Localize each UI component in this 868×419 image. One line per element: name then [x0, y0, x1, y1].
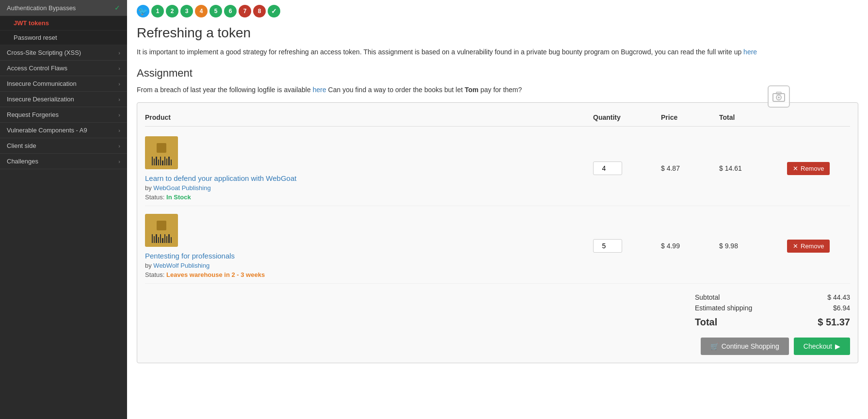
sidebar-item-vulnerable-components[interactable]: Vulnerable Components - A9 › — [0, 123, 127, 138]
assignment-title: Assignment — [137, 67, 858, 80]
sidebar-item-client-side-label: Client side — [7, 142, 36, 149]
sidebar-item-vulnerable-components-label: Vulnerable Components - A9 — [7, 127, 87, 134]
product-author-2: by WebWolf Publishing — [145, 262, 593, 269]
remove-button-2[interactable]: ✕ Remove — [787, 240, 830, 253]
status-label-2: Status: — [145, 271, 164, 278]
product-link-1[interactable]: Learn to defend your application with We… — [145, 174, 296, 182]
quantity-cell-2 — [593, 239, 661, 253]
sidebar-item-access-control-label: Access Control Flaws — [7, 64, 67, 72]
sidebar-item-access-control[interactable]: Access Control Flaws › — [0, 61, 127, 76]
step-check[interactable]: ✓ — [268, 5, 280, 17]
table-row: Pentesting for professionals by WebWolf … — [145, 209, 850, 284]
sidebar-item-challenges-label: Challenges — [7, 158, 38, 165]
shipping-row: Estimated shipping $6.94 — [695, 304, 850, 312]
arrow-right-icon: ▶ — [835, 342, 840, 350]
product-info-2: Pentesting for professionals by WebWolf … — [145, 214, 593, 278]
chevron-right-icon: › — [118, 97, 120, 102]
step-5[interactable]: 5 — [209, 5, 222, 17]
sidebar-item-jwt-tokens-label: JWT tokens — [14, 19, 49, 27]
step-4[interactable]: 4 — [195, 5, 208, 17]
sidebar-item-insecure-deser-label: Insecure Deserialization — [7, 96, 74, 103]
shipping-value: $6.94 — [833, 304, 850, 312]
sidebar-item-auth-bypasses[interactable]: Authentication Bypasses ✓ — [0, 0, 127, 16]
remove-x-icon-1: ✕ — [793, 165, 798, 172]
continue-label: Continue Shopping — [722, 342, 779, 350]
author-link-1[interactable]: WebGoat Publishing — [153, 184, 210, 192]
assignment-desc-start: From a breach of last year the following… — [137, 86, 311, 94]
remove-cell-2: ✕ Remove — [787, 240, 850, 253]
col-action — [787, 113, 850, 121]
quantity-input-2[interactable] — [593, 239, 622, 253]
quantity-input-1[interactable] — [593, 161, 622, 175]
col-quantity: Quantity — [593, 113, 661, 121]
author-label-1: by — [145, 184, 152, 192]
subtotal-row: Subtotal $ 44.43 — [695, 293, 850, 301]
sidebar: Authentication Bypasses ✓ JWT tokens Pas… — [0, 0, 127, 419]
price-cell-1: $ 4.87 — [661, 164, 719, 172]
product-image-2 — [145, 214, 178, 247]
twitter-icon: 🐦 — [137, 5, 149, 17]
barcode-2 — [152, 234, 172, 243]
subtotal-value: $ 44.43 — [827, 293, 850, 301]
sidebar-item-auth-bypasses-label: Authentication Bypasses — [7, 4, 76, 12]
status-label-1: Status: — [145, 193, 164, 201]
svg-point-3 — [778, 97, 780, 98]
total-cell-1: $ 14.61 — [719, 164, 787, 172]
sidebar-item-request-forgeries[interactable]: Request Forgeries › — [0, 107, 127, 123]
continue-shopping-button[interactable]: 🛒 Continue Shopping — [701, 338, 789, 355]
steps-row: 🐦 1 2 3 4 5 6 7 8 ✓ — [137, 0, 858, 25]
total-value: $ 51.37 — [818, 317, 850, 328]
chevron-right-icon: › — [118, 143, 120, 149]
quantity-cell-1 — [593, 161, 661, 175]
sidebar-item-insecure-deser[interactable]: Insecure Deserialization › — [0, 92, 127, 107]
product-image-1 — [145, 136, 178, 169]
remove-label-2: Remove — [801, 242, 824, 250]
remove-label-1: Remove — [801, 165, 824, 172]
product-link-2[interactable]: Pentesting for professionals — [145, 252, 235, 260]
action-buttons: 🛒 Continue Shopping Checkout ▶ — [145, 332, 850, 355]
step-2[interactable]: 2 — [166, 5, 178, 17]
sidebar-item-xss-label: Cross-Site Scripting (XSS) — [7, 49, 81, 56]
sidebar-item-insecure-comm-label: Insecure Communication — [7, 80, 77, 87]
chevron-right-icon: › — [118, 112, 120, 118]
cart-icon: 🛒 — [710, 342, 719, 350]
step-1[interactable]: 1 — [151, 5, 164, 17]
chevron-right-icon: › — [118, 81, 120, 87]
sidebar-item-insecure-comm[interactable]: Insecure Communication › — [0, 76, 127, 92]
sidebar-item-client-side[interactable]: Client side › — [0, 138, 127, 154]
author-label-2: by — [145, 262, 152, 269]
assignment-end: pay for them? — [481, 86, 522, 94]
sidebar-item-jwt-tokens[interactable]: JWT tokens — [0, 16, 127, 31]
sidebar-item-xss[interactable]: Cross-Site Scripting (XSS) › — [0, 45, 127, 61]
col-price: Price — [661, 113, 719, 121]
product-author-1: by WebGoat Publishing — [145, 184, 593, 192]
status-value-1: In Stock — [166, 193, 191, 201]
step-7[interactable]: 7 — [239, 5, 251, 17]
assignment-link[interactable]: here — [313, 86, 326, 94]
barcode-1 — [152, 157, 172, 165]
step-6[interactable]: 6 — [224, 5, 237, 17]
subtotal-section: Subtotal $ 44.43 Estimated shipping $6.9… — [145, 287, 850, 332]
desc-link[interactable]: here — [743, 48, 757, 56]
product-title-1: Learn to defend your application with We… — [145, 174, 593, 182]
total-label: Total — [695, 317, 717, 328]
sidebar-item-password-reset[interactable]: Password reset — [0, 31, 127, 45]
step-8[interactable]: 8 — [253, 5, 266, 17]
chevron-right-icon: › — [118, 159, 120, 164]
author-link-2[interactable]: WebWolf Publishing — [153, 262, 209, 269]
shipping-label: Estimated shipping — [695, 304, 752, 312]
sidebar-item-challenges[interactable]: Challenges › — [0, 154, 127, 169]
col-product: Product — [145, 113, 593, 121]
check-icon: ✓ — [114, 4, 120, 12]
camera-icon — [768, 85, 790, 108]
chevron-right-icon: › — [118, 50, 120, 56]
page-description: It is important to implement a good stra… — [137, 47, 858, 57]
step-3[interactable]: 3 — [180, 5, 193, 17]
checkout-button[interactable]: Checkout ▶ — [794, 338, 850, 355]
subtotal-label: Subtotal — [695, 293, 720, 301]
product-status-2: Status: Leaves warehouse in 2 - 3 weeks — [145, 271, 593, 278]
total-cell-2: $ 9.98 — [719, 242, 787, 250]
price-cell-2: $ 4.99 — [661, 242, 719, 250]
remove-button-1[interactable]: ✕ Remove — [787, 162, 830, 175]
assignment-desc-end: Can you find a way to order the books bu… — [328, 86, 463, 94]
